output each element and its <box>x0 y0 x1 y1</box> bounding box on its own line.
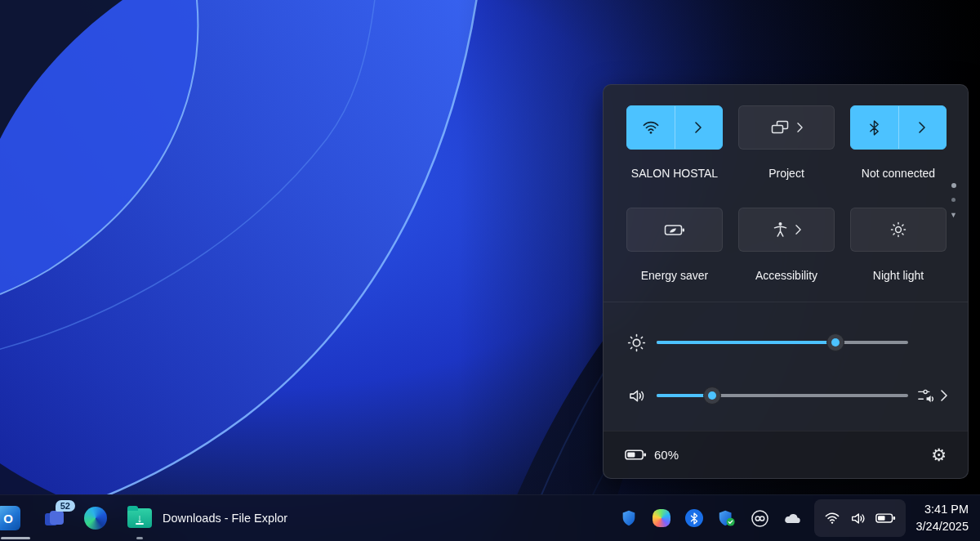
brightness-icon <box>626 333 647 352</box>
tile-project: Project <box>738 105 835 180</box>
energy-saver-tile-label: Energy saver <box>641 269 708 282</box>
bluetooth-icon[interactable] <box>851 106 898 149</box>
battery-percent-label[interactable]: 60% <box>654 448 679 462</box>
wifi-expand-chevron-icon[interactable] <box>675 106 723 149</box>
page-dot-inactive[interactable] <box>951 198 956 202</box>
night-light-tile-label: Night light <box>873 269 924 282</box>
wifi-tray-icon <box>824 512 840 525</box>
quick-settings-panel: SALON HOSTAL Project <box>603 84 969 479</box>
taskbar-teams-button[interactable]: 52 <box>42 505 69 531</box>
outlook-active-indicator <box>1 537 30 539</box>
accessibility-chevron-icon <box>795 225 801 235</box>
energy-saver-icon <box>664 223 685 237</box>
clock-time: 3:41 PM <box>915 501 969 518</box>
tile-accessibility: Accessibility <box>738 208 835 282</box>
outlook-icon: O <box>0 506 20 530</box>
wifi-toggle-button[interactable] <box>626 105 723 150</box>
tile-bluetooth: Not connected <box>850 105 947 180</box>
desktop-screen: SALON HOSTAL Project <box>0 0 980 541</box>
downloads-folder-icon: ↓ <box>127 508 152 528</box>
volume-slider[interactable] <box>657 387 908 405</box>
sliders-section <box>604 302 968 433</box>
tile-energy-saver: Energy saver <box>626 208 723 282</box>
tile-pagination: ▼ <box>950 183 957 219</box>
brightness-slider-fill <box>657 341 835 344</box>
file-explorer-running-indicator <box>136 537 143 539</box>
quick-settings-footer: 60% ⚙ <box>604 431 968 478</box>
accessibility-icon <box>773 221 788 238</box>
tile-wifi: SALON HOSTAL <box>626 105 723 180</box>
taskbar-file-explorer-window-button[interactable]: ↓ Downloads - File Explor <box>122 495 292 541</box>
taskbar: O 52 ↓ Downloads - File Explor <box>0 494 980 541</box>
energy-saver-button[interactable] <box>626 208 723 252</box>
taskbar-clock[interactable]: 3:41 PM 3/24/2025 <box>915 501 969 535</box>
windows-security-icon[interactable] <box>619 508 639 528</box>
night-light-icon <box>890 221 906 238</box>
battery-icon[interactable] <box>625 449 647 461</box>
creative-cloud-icon[interactable] <box>750 508 769 528</box>
volume-row <box>626 383 947 408</box>
gear-icon[interactable]: ⚙ <box>931 446 947 463</box>
system-icons-group[interactable] <box>814 499 906 537</box>
volume-tray-icon <box>850 512 866 525</box>
clock-date: 3/24/2025 <box>915 518 969 535</box>
accessibility-button[interactable] <box>738 208 835 252</box>
bluetooth-expand-chevron-icon[interactable] <box>899 106 947 149</box>
brightness-slider[interactable] <box>657 333 908 351</box>
volume-icon <box>626 388 647 404</box>
brightness-slider-thumb[interactable] <box>826 333 844 351</box>
page-dot-active[interactable] <box>951 183 956 188</box>
audio-output-icon[interactable] <box>917 387 937 405</box>
taskbar-outlook-button[interactable]: O <box>0 505 21 531</box>
battery-tray-icon <box>875 512 896 524</box>
quick-settings-tile-grid: SALON HOSTAL Project <box>626 105 947 282</box>
system-tray: 3:41 PM 3/24/2025 <box>606 495 977 541</box>
bluetooth-toggle-button[interactable] <box>850 105 947 150</box>
accessibility-tile-label: Accessibility <box>755 269 817 282</box>
notification-badge: 52 <box>56 500 75 512</box>
night-light-button[interactable] <box>850 208 947 252</box>
copilot-icon[interactable] <box>652 508 671 528</box>
project-tile-label: Project <box>768 167 804 180</box>
security-check-icon[interactable] <box>717 508 737 528</box>
teams-icon: 52 <box>45 507 66 529</box>
volume-slider-thumb[interactable] <box>703 387 721 405</box>
wifi-tile-label: SALON HOSTAL <box>631 167 718 180</box>
brightness-row <box>626 330 947 355</box>
project-chevron-icon <box>797 123 803 132</box>
file-explorer-window-title: Downloads - File Explor <box>163 512 287 525</box>
tile-night-light: Night light <box>850 208 947 282</box>
onedrive-icon[interactable] <box>782 508 802 528</box>
project-icon <box>770 120 790 135</box>
edge-icon <box>84 507 107 530</box>
bluetooth-tray-icon[interactable] <box>684 508 704 528</box>
triangle-down-icon[interactable]: ▼ <box>950 212 957 219</box>
volume-expand-chevron-icon[interactable] <box>941 390 947 401</box>
wifi-icon[interactable] <box>627 106 675 149</box>
taskbar-edge-button[interactable] <box>82 505 109 531</box>
project-button[interactable] <box>738 105 835 150</box>
bluetooth-tile-label: Not connected <box>862 167 935 180</box>
